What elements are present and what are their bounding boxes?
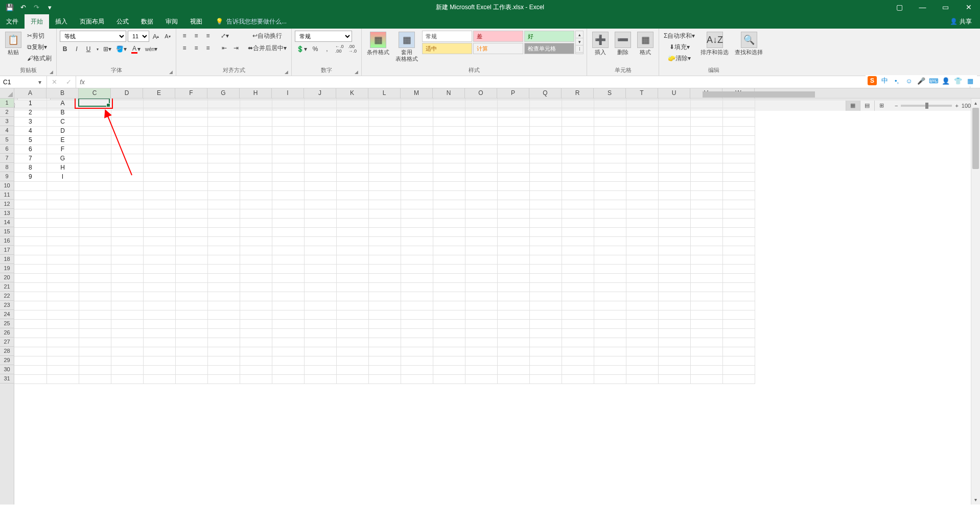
cell[interactable] [529, 310, 562, 319]
wrap-text-button[interactable]: ↩ 自动换行 [246, 31, 288, 41]
phonetic-button[interactable]: wén▾ [144, 44, 159, 54]
cell[interactable] [401, 319, 433, 328]
row-header[interactable]: 1 [0, 99, 14, 108]
cell[interactable] [722, 163, 755, 172]
cell[interactable] [594, 236, 626, 246]
scroll-up-icon[interactable]: ▴ [971, 99, 980, 108]
cell[interactable] [626, 273, 658, 282]
cell[interactable] [401, 273, 433, 282]
cell[interactable] [207, 365, 240, 374]
font-dialog-icon[interactable]: ◢ [169, 69, 173, 75]
cell[interactable] [658, 246, 690, 255]
cell[interactable] [304, 145, 336, 154]
vscroll-track[interactable] [971, 108, 980, 495]
cell[interactable] [240, 301, 272, 310]
align-right-button[interactable]: ≡ [203, 43, 213, 53]
cell[interactable] [240, 163, 272, 172]
cell[interactable] [433, 273, 465, 282]
cell[interactable] [46, 365, 79, 374]
cell[interactable] [207, 374, 240, 384]
select-all-button[interactable] [0, 88, 14, 98]
cell[interactable] [175, 108, 207, 117]
cell[interactable]: C [46, 117, 79, 126]
cell[interactable] [207, 126, 240, 135]
cell[interactable] [626, 200, 658, 209]
cell[interactable] [594, 356, 626, 365]
cell[interactable] [368, 236, 401, 246]
cell[interactable] [529, 163, 562, 172]
cell[interactable] [143, 319, 175, 328]
cell[interactable] [143, 135, 175, 145]
border-button[interactable]: ⊞▾ [102, 44, 113, 54]
cell[interactable] [272, 273, 304, 282]
cell[interactable] [240, 338, 272, 347]
cell[interactable] [626, 145, 658, 154]
cell[interactable] [562, 292, 594, 301]
cell[interactable] [529, 365, 562, 374]
cell[interactable] [722, 347, 755, 356]
fill-color-button[interactable]: 🪣▾ [114, 44, 128, 54]
ime-toolbox-icon[interactable]: ▦ [966, 76, 975, 85]
cell[interactable] [722, 172, 755, 181]
cell[interactable] [79, 365, 111, 374]
cell[interactable] [722, 292, 755, 301]
cell[interactable] [529, 328, 562, 338]
cell[interactable] [529, 282, 562, 292]
cell[interactable] [336, 255, 368, 264]
ime-user-icon[interactable]: 👤 [941, 76, 950, 85]
cell[interactable] [79, 282, 111, 292]
cell[interactable] [240, 181, 272, 190]
cell[interactable] [240, 255, 272, 264]
cell[interactable] [143, 356, 175, 365]
cell[interactable] [658, 338, 690, 347]
cut-button[interactable]: ✂ 剪切 [26, 31, 46, 41]
cell[interactable] [401, 99, 433, 108]
cell[interactable] [433, 374, 465, 384]
cell[interactable] [722, 319, 755, 328]
tab-view[interactable]: 视图 [184, 14, 208, 29]
cell[interactable] [658, 200, 690, 209]
cell[interactable] [240, 374, 272, 384]
cell[interactable] [722, 218, 755, 227]
number-dialog-icon[interactable]: ◢ [355, 69, 358, 75]
cell[interactable] [658, 163, 690, 172]
cell[interactable] [722, 227, 755, 236]
cell[interactable] [401, 200, 433, 209]
cell[interactable] [690, 154, 722, 163]
cell[interactable] [658, 209, 690, 218]
cell[interactable] [562, 99, 594, 108]
cell[interactable] [143, 292, 175, 301]
cell[interactable] [594, 338, 626, 347]
cell[interactable] [336, 310, 368, 319]
cell[interactable] [14, 328, 46, 338]
row-header[interactable]: 20 [0, 273, 14, 282]
cell[interactable] [626, 292, 658, 301]
cell[interactable] [529, 117, 562, 126]
cell[interactable] [79, 117, 111, 126]
cell[interactable] [368, 181, 401, 190]
cell[interactable] [722, 145, 755, 154]
cell[interactable] [722, 135, 755, 145]
cell[interactable] [79, 209, 111, 218]
cell[interactable] [562, 273, 594, 282]
cell[interactable] [433, 190, 465, 200]
cell[interactable] [336, 347, 368, 356]
cell[interactable] [207, 200, 240, 209]
row-header[interactable]: 29 [0, 356, 14, 365]
cell[interactable] [368, 99, 401, 108]
cell[interactable] [240, 108, 272, 117]
cell[interactable] [401, 301, 433, 310]
cell[interactable] [594, 99, 626, 108]
cell[interactable] [111, 365, 143, 374]
row-header[interactable]: 12 [0, 200, 14, 209]
cell[interactable] [111, 154, 143, 163]
redo-icon[interactable]: ↷ [31, 2, 42, 13]
cell[interactable]: B [46, 108, 79, 117]
close-icon[interactable]: ✕ [957, 0, 980, 14]
cell[interactable] [111, 319, 143, 328]
paste-button[interactable]: 📋 粘贴 [3, 31, 24, 57]
tab-file[interactable]: 文件 [0, 14, 25, 29]
cell[interactable] [497, 292, 529, 301]
cell[interactable] [368, 200, 401, 209]
cell[interactable] [497, 135, 529, 145]
